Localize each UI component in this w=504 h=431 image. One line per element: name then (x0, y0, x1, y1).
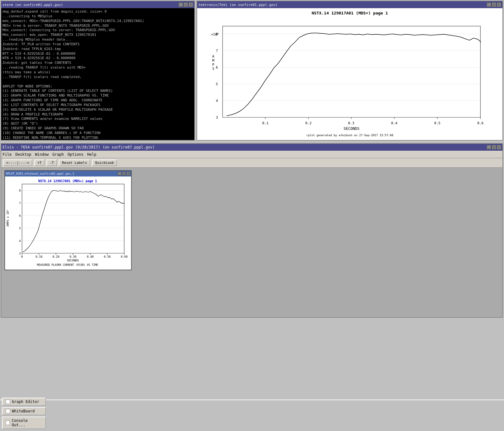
svg-text:5: 5 (19, 227, 21, 230)
inner-plot-window: RPLOT_6263_efeibush_sunfire01.pppl.gov_1… (4, 170, 132, 270)
elvis-close[interactable]: × (497, 145, 501, 149)
tek-maximize[interactable]: □ (492, 3, 496, 7)
xterm-window: xterm (on sunfire01.pppl.gov) _ □ × dwg_… (1, 1, 195, 141)
terminal-line: (9) CREATE INDEX OF GRAPHS DRAWN SO FAR (3, 126, 193, 131)
tek-title: tektronix(Tek) (on sunfire01.pppl.gov) (198, 3, 278, 7)
tek-plot-title: NSTX.14 129017A01 (MDS+) page 1 (312, 11, 388, 15)
svg-text:0.10: 0.10 (36, 255, 42, 258)
terminal-line: (2) GRAPH SCALAR FUNCTIONS AND MULTIGRAP… (3, 93, 193, 98)
terminal-line: ...reading MDSplus header data... (3, 37, 193, 42)
tek-plot-svg: ×10⁵ A M P S 3 4 5 6 7 8 0.1 (205, 17, 495, 133)
svg-text:5: 5 (216, 82, 218, 86)
terminal-line: Zndshrd: TF_PLN written from CONTENTS (3, 42, 193, 47)
inner-titlebar: RPLOT_6263_efeibush_sunfire01.pppl.gov_1… (5, 171, 131, 176)
toolbar-quicklook[interactable]: QuickLook (92, 160, 117, 166)
svg-text:0.60: 0.60 (121, 255, 128, 258)
tek-close[interactable]: × (497, 3, 501, 7)
menu-file[interactable]: File (3, 152, 12, 157)
elvis-title: Elvis - 7654 sunfire07.pppl.gov (9/20/20… (3, 145, 155, 149)
terminal-line (3, 80, 193, 84)
xterm-body[interactable]: dwg_datbuf.expand call from dwgini_sized… (1, 8, 194, 140)
toolbar-plus-t[interactable]: +T (34, 160, 45, 166)
svg-text:P: P (212, 63, 214, 67)
svg-rect-33 (22, 184, 124, 253)
svg-text:0.2: 0.2 (305, 121, 312, 125)
svg-text:MEASURED PLASMA CURRENT (PCUR): MEASURED PLASMA CURRENT (PCUR) VS TIME (312, 132, 391, 133)
tek-plot-area: NSTX.14 129017A01 (MDS+) page 1 ×10⁵ A M… (197, 8, 502, 140)
console-icon (6, 421, 10, 425)
terminal-line: Mds_connect: Connecting to server: TRANS… (3, 28, 193, 33)
terminal-line: Zndshrd: read TFPLN_6263.tmp (3, 47, 193, 52)
inner-close[interactable]: × (126, 172, 130, 176)
xterm-close[interactable]: × (189, 3, 193, 7)
terminal-line: Mds_connect: mds_open: TRANSP_NSTX 12901… (3, 33, 193, 37)
svg-text:0.6: 0.6 (477, 121, 484, 125)
whiteboard-label: WhiteBoard (12, 409, 35, 413)
svg-text:0.3: 0.3 (348, 121, 354, 125)
console-btn[interactable]: Console Out... (2, 417, 46, 429)
elvis-minimize[interactable]: _ (487, 145, 491, 149)
taskbar: Graph Editor WhiteBoard Console Out... (0, 400, 504, 431)
terminal-line: (1) GENERATE TABLE OF CONTENTS (LIST OF … (3, 89, 193, 93)
terminal-line: (3) GRAPH FUNCTIONS OF TIME AND ADDL. CO… (3, 98, 193, 103)
svg-text:6: 6 (216, 65, 218, 70)
svg-text:×10⁵: ×10⁵ (211, 32, 219, 36)
toolbar-minus-t[interactable]: -T (47, 160, 57, 166)
toolbar-nav[interactable]: <----|----> (3, 160, 32, 166)
inner-plot-area: NSTX.14 129017A01 (MDS+) page 1 AMPS x 1… (5, 176, 131, 270)
whiteboard-icon (6, 409, 10, 413)
svg-text:SECONDS: SECONDS (67, 259, 79, 262)
graph-editor-icon (6, 400, 10, 404)
menu-options[interactable]: Options (68, 152, 84, 157)
svg-text:A: A (212, 54, 214, 59)
xterm-controls: _ □ × (179, 3, 193, 7)
elvis-menubar: File Desktop Window Graph Options Help (1, 151, 502, 158)
svg-text:0.5: 0.5 (434, 121, 440, 125)
menu-desktop[interactable]: Desktop (15, 152, 31, 157)
toolbar-reset-labels[interactable]: Reset Labels (59, 160, 90, 166)
terminal-line: ...connecting to MDSplus (3, 14, 193, 19)
terminal-line: (4) LIST CONTENTS OF SELECT MULTIGRAPH P… (3, 103, 193, 108)
terminal-line: (7) View COMMENTS and/or examine NAMELIS… (3, 117, 193, 121)
menu-window[interactable]: Window (35, 152, 48, 157)
terminal-line: ...reading TRANSP f(t) scalars with MDS+ (3, 65, 193, 70)
terminal-line: (11) REDEFINE NON-TEMPORAL X AXES FOR PL… (3, 136, 193, 140)
svg-text:S: S (212, 67, 214, 71)
svg-text:3: 3 (216, 115, 218, 120)
terminal-line: mds_connect: MDS+:TRANSPGRID.PPPL.GOV:TR… (3, 19, 193, 24)
inner-win-btns: _ □ × (118, 172, 130, 176)
svg-text:3: 3 (19, 252, 21, 255)
svg-rect-5 (223, 26, 480, 117)
elvis-window: Elvis - 7654 sunfire07.pppl.gov (9/20/20… (1, 143, 503, 318)
terminal-line: (6) DRAW A PROFILE MULTIGRAPH (3, 112, 193, 117)
inner-maximize[interactable]: □ (122, 172, 126, 176)
elvis-maximize[interactable]: □ (492, 145, 496, 149)
svg-text:7: 7 (19, 202, 21, 205)
terminal-line: (10) CHANGE THE NAME (OR ABBREV.) OF A F… (3, 131, 193, 136)
terminal-line: NTT = 519 4.0292561E-02 - 0.6000000 (3, 52, 193, 56)
xterm-title: xterm (on sunfire01.pppl.gov) (3, 3, 63, 7)
svg-text:AMPS x 10⁵: AMPS x 10⁵ (6, 210, 9, 227)
tek-window: tektronix(Tek) (on sunfire01.pppl.gov) _… (197, 1, 503, 141)
menu-graph[interactable]: Graph (53, 152, 64, 157)
terminal-line: (this may take a while) (3, 70, 193, 75)
xterm-maximize[interactable]: □ (184, 3, 188, 7)
svg-text:0.1: 0.1 (262, 121, 269, 125)
inner-minimize[interactable]: _ (118, 172, 121, 176)
terminal-line: MDS+ tree & server: TRANSP_NSTX TRANSPGR… (3, 24, 193, 28)
tek-minimize[interactable]: _ (487, 3, 491, 7)
xterm-minimize[interactable]: _ (179, 3, 183, 7)
svg-text:MEASURED PLASMA CURRENT (PCUR): MEASURED PLASMA CURRENT (PCUR) VS TIME (37, 263, 98, 266)
xterm-titlebar: xterm (on sunfire01.pppl.gov) _ □ × (1, 1, 194, 8)
inner-plot-svg: NSTX.14 129017A01 (MDS+) page 1 AMPS x 1… (6, 178, 129, 267)
terminal-line: ...TRANSP f(t) scalars read completed, (3, 75, 193, 80)
svg-text:4: 4 (216, 99, 218, 103)
graph-editor-btn[interactable]: Graph Editor (2, 398, 46, 406)
tek-titlebar: tektronix(Tek) (on sunfire01.pppl.gov) _… (197, 1, 502, 8)
svg-text:8: 8 (19, 189, 21, 192)
terminal-line: (8) QUIT (OR "Q") (3, 121, 193, 126)
inner-title: RPLOT_6263_efeibush_sunfire01.pppl.gov_1 (6, 172, 74, 175)
elvis-titlebar: Elvis - 7654 sunfire07.pppl.gov (9/20/20… (1, 144, 502, 151)
menu-help[interactable]: Help (87, 152, 97, 157)
whiteboard-btn[interactable]: WhiteBoard (2, 407, 46, 415)
